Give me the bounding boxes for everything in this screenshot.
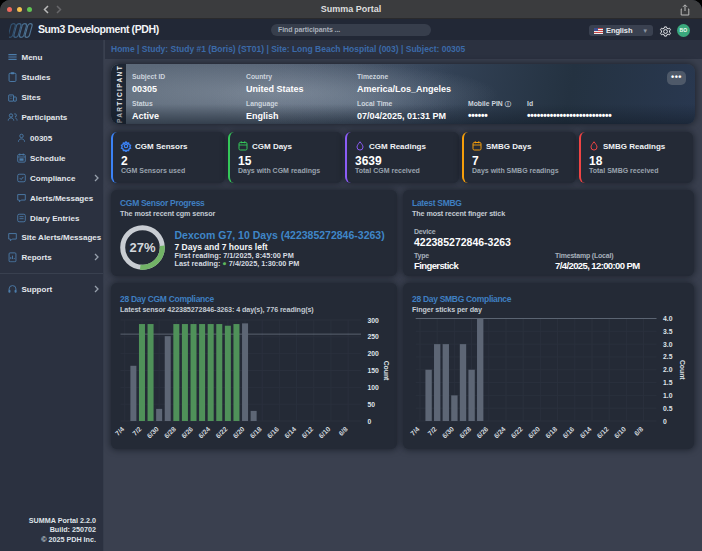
svg-text:Count: Count (679, 360, 686, 380)
svg-text:250: 250 (368, 333, 380, 340)
svg-text:6/14: 6/14 (283, 425, 297, 439)
svg-text:6/28: 6/28 (458, 425, 472, 439)
svg-text:7/2: 7/2 (131, 425, 143, 437)
svg-text:100: 100 (368, 384, 380, 391)
svg-text:200: 200 (368, 350, 380, 357)
svg-text:6/28: 6/28 (163, 425, 177, 439)
svg-text:6/8: 6/8 (633, 425, 645, 437)
svg-text:7/4: 7/4 (409, 425, 421, 437)
svg-text:6/22: 6/22 (510, 425, 524, 439)
svg-text:6/20: 6/20 (527, 425, 541, 439)
svg-text:27%: 27% (129, 240, 155, 255)
svg-text:6/20: 6/20 (231, 425, 245, 439)
svg-text:0.5: 0.5 (663, 405, 673, 412)
svg-text:4.0: 4.0 (663, 315, 673, 322)
svg-text:Count: Count (383, 361, 390, 381)
svg-text:0: 0 (663, 418, 667, 425)
svg-text:2.0: 2.0 (663, 366, 673, 373)
svg-text:6/14: 6/14 (578, 425, 592, 439)
svg-text:6/26: 6/26 (475, 425, 489, 439)
svg-text:6/18: 6/18 (249, 425, 263, 439)
svg-text:6/24: 6/24 (197, 425, 211, 439)
svg-text:6/10: 6/10 (613, 425, 627, 439)
svg-text:6/16: 6/16 (561, 425, 575, 439)
svg-text:2.5: 2.5 (663, 353, 673, 360)
svg-text:1.0: 1.0 (663, 392, 673, 399)
svg-text:0: 0 (368, 418, 372, 425)
svg-text:7/4: 7/4 (114, 425, 126, 437)
svg-text:6/8: 6/8 (337, 425, 349, 437)
svg-text:6/12: 6/12 (596, 425, 610, 439)
svg-text:3.0: 3.0 (663, 341, 673, 348)
svg-text:6/10: 6/10 (317, 425, 331, 439)
svg-text:6/26: 6/26 (180, 425, 194, 439)
svg-text:150: 150 (368, 367, 380, 374)
svg-text:3.5: 3.5 (663, 328, 673, 335)
svg-text:6/30: 6/30 (146, 425, 160, 439)
svg-text:6/30: 6/30 (441, 425, 455, 439)
svg-text:6/16: 6/16 (266, 425, 280, 439)
svg-text:6/22: 6/22 (214, 425, 228, 439)
svg-text:300: 300 (368, 317, 380, 324)
svg-text:50: 50 (368, 401, 376, 408)
svg-text:6/24: 6/24 (492, 425, 506, 439)
svg-text:6/12: 6/12 (300, 425, 314, 439)
svg-text:1.5: 1.5 (663, 379, 673, 386)
svg-text:6/18: 6/18 (544, 425, 558, 439)
svg-text:7/2: 7/2 (426, 425, 438, 437)
